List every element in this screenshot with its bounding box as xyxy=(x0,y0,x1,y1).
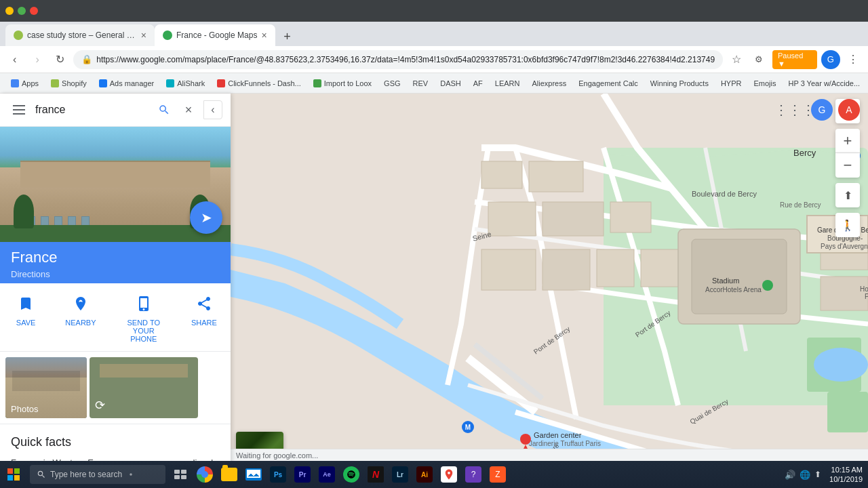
lock-icon: 🔒 xyxy=(81,54,92,64)
svg-point-38 xyxy=(762,280,773,291)
svg-text:Bercy: Bercy xyxy=(793,148,816,158)
map-area[interactable]: M M Bercy Boulevard de Bercy Rue de Berc… xyxy=(231,94,868,488)
status-text: Waiting for google.com... xyxy=(236,451,318,460)
bookmark-gsg[interactable]: GSG xyxy=(378,78,406,89)
nearby-action[interactable]: NEARBY xyxy=(65,291,96,343)
bookmark-winning[interactable]: Winning Products xyxy=(645,78,714,89)
google-apps-icon[interactable]: ⋮⋮⋮ xyxy=(784,99,806,121)
tab-1-title: case study store – General – Sh... xyxy=(27,30,137,40)
taskbar: Type here to search xyxy=(0,461,868,488)
share-icon xyxy=(192,291,216,316)
search-input-wrapper[interactable] xyxy=(35,104,149,116)
zoom-out-button[interactable]: − xyxy=(835,153,860,178)
directions-link[interactable]: Directions xyxy=(11,269,220,279)
pause-btn[interactable]: Paused ▼ xyxy=(772,50,817,69)
taskbar-after-effects[interactable]: Ae xyxy=(315,461,339,488)
start-button[interactable] xyxy=(0,461,27,488)
title-bar xyxy=(0,0,868,22)
bookmark-clickfunnels[interactable]: ClickFunnels - Dash... xyxy=(212,78,307,89)
phone-icon xyxy=(132,291,156,316)
maximize-btn[interactable] xyxy=(18,7,26,15)
bookmark-af[interactable]: AF xyxy=(468,78,488,89)
back-button[interactable]: ‹ xyxy=(5,50,24,69)
svg-text:AccorHotels Arena: AccorHotels Arena xyxy=(705,286,762,293)
zoom-in-button[interactable]: + xyxy=(835,129,860,153)
svg-text:Boulevard de Bercy: Boulevard de Bercy xyxy=(692,190,757,198)
svg-rect-66 xyxy=(7,468,13,474)
forward-button[interactable]: › xyxy=(28,50,46,69)
status-bar: Waiting for google.com... xyxy=(231,449,868,461)
google-account-picture[interactable]: A xyxy=(838,99,860,121)
search-clear-button[interactable]: × xyxy=(179,100,198,119)
svg-rect-6 xyxy=(529,161,583,192)
taskbar-spotify[interactable] xyxy=(339,461,363,488)
compass-button[interactable]: ⬆ xyxy=(835,183,860,207)
reload-button[interactable]: ↻ xyxy=(51,50,69,69)
close-btn[interactable] xyxy=(30,7,38,15)
taskbar-maps[interactable] xyxy=(437,461,461,488)
new-tab-button[interactable]: + xyxy=(278,27,297,46)
photo-main[interactable]: Photos xyxy=(5,357,87,418)
bookmark-hypr[interactable]: HYPR xyxy=(715,78,747,89)
tab-2[interactable]: France - Google Maps × xyxy=(155,24,275,46)
save-action[interactable]: SAVE xyxy=(14,291,38,343)
maps-search-input[interactable] xyxy=(35,104,149,116)
svg-text:Stadium: Stadium xyxy=(712,277,739,285)
bookmark-import[interactable]: Import to Loox xyxy=(308,78,377,89)
bookmark-rev[interactable]: REV xyxy=(408,78,434,89)
extensions-btn[interactable]: ⚙ xyxy=(750,50,768,69)
street-view-button[interactable]: 🚶 xyxy=(835,213,860,237)
task-view-button[interactable] xyxy=(168,461,193,488)
bookmark-emojis[interactable]: Emojis xyxy=(748,78,781,89)
taskbar-search-bar[interactable]: Type here to search xyxy=(30,465,165,484)
taskbar-unknown1[interactable]: ? xyxy=(461,461,486,488)
minimize-btn[interactable] xyxy=(5,7,14,15)
taskbar-unknown2[interactable]: Z xyxy=(486,461,510,488)
taskbar-illustrator[interactable]: Ai xyxy=(412,461,437,488)
send-to-phone-action[interactable]: SEND TO YOUR PHONE xyxy=(123,291,164,343)
menu-btn[interactable]: ⋮ xyxy=(844,50,863,69)
bookmark-apps[interactable]: Apps xyxy=(5,78,44,89)
star-btn[interactable]: ☆ xyxy=(727,50,745,69)
bookmark-hp[interactable]: HP 3 Year w/Accide... xyxy=(783,78,866,89)
address-bar[interactable]: 🔒 https://www.google.com/maps/place/Fran… xyxy=(73,50,723,69)
bookmark-engagement[interactable]: Engagement Calc xyxy=(573,78,643,89)
hamburger-menu[interactable] xyxy=(8,99,30,121)
directions-icon: ➤ xyxy=(201,209,212,226)
taskbar-netflix[interactable]: N xyxy=(363,461,388,488)
collapse-panel-button[interactable]: ‹ xyxy=(203,100,222,119)
bookmark-ads[interactable]: Ads manager xyxy=(94,78,159,89)
bookmark-shopify[interactable]: Shopify xyxy=(45,78,92,89)
bookmark-dash[interactable]: DASH xyxy=(435,78,467,89)
svg-rect-5 xyxy=(481,161,522,188)
tray-icons: 🔊 🌐 ⬆ xyxy=(779,470,827,480)
profile-btn[interactable]: G xyxy=(821,50,840,69)
google-account-avatar[interactable]: G xyxy=(811,99,833,121)
svg-rect-4 xyxy=(827,392,868,432)
bookmark-learn[interactable]: LEARN xyxy=(490,78,526,89)
tab-1-close[interactable]: × xyxy=(141,30,146,41)
bookmark-alishark[interactable]: AliShark xyxy=(161,78,210,89)
taskbar-chrome[interactable] xyxy=(193,461,217,488)
url-text: https://www.google.com/maps/place/France… xyxy=(96,55,715,64)
taskbar-file-explorer[interactable] xyxy=(217,461,241,488)
window-controls xyxy=(5,7,38,15)
action-buttons-row: SAVE NEARBY SEND TO YOUR PHONE xyxy=(0,283,231,352)
directions-button[interactable]: ➤ xyxy=(190,201,222,234)
photo-secondary[interactable]: ⟳ xyxy=(90,357,198,418)
svg-rect-8 xyxy=(542,202,604,236)
taskbar-premiere[interactable]: Pr xyxy=(290,461,315,488)
tab-2-close[interactable]: × xyxy=(261,30,267,41)
save-icon xyxy=(14,291,38,316)
browser-frame: case study store – General – Sh... × Fra… xyxy=(0,0,868,488)
bookmark-aliexpress[interactable]: Aliexpress xyxy=(527,78,572,89)
share-label: SHARE xyxy=(191,319,217,327)
svg-text:Rue de Bercy: Rue de Bercy xyxy=(780,201,821,209)
taskbar-mail[interactable] xyxy=(241,461,266,488)
taskbar-lightroom[interactable]: Lr xyxy=(388,461,412,488)
taskbar-photoshop[interactable]: Ps xyxy=(266,461,290,488)
search-button[interactable] xyxy=(155,100,174,119)
tab-2-favicon xyxy=(163,30,172,40)
tab-1[interactable]: case study store – General – Sh... × xyxy=(5,24,155,46)
share-action[interactable]: SHARE xyxy=(191,291,217,343)
